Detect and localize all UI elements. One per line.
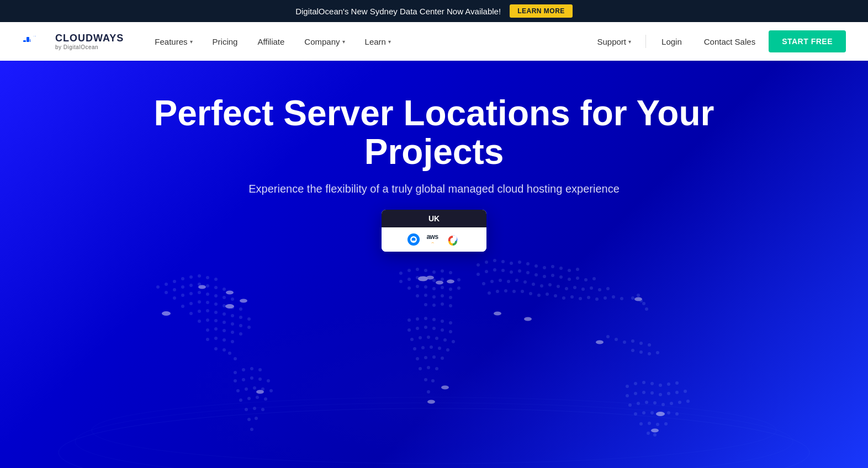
svg-point-153: [424, 356, 427, 359]
svg-point-250: [667, 392, 670, 395]
svg-point-141: [410, 338, 414, 341]
svg-point-215: [562, 296, 565, 300]
svg-point-91: [264, 397, 267, 401]
svg-point-126: [432, 304, 436, 307]
svg-point-166: [510, 262, 513, 265]
svg-point-202: [581, 288, 585, 291]
learn-more-button[interactable]: LEARN MORE: [510, 4, 573, 18]
svg-point-112: [457, 278, 461, 281]
svg-point-96: [255, 417, 258, 420]
svg-rect-1: [27, 37, 29, 42]
nav-company[interactable]: Company ▾: [295, 33, 353, 51]
svg-point-47: [198, 310, 201, 313]
svg-point-242: [659, 384, 662, 387]
svg-point-59: [239, 324, 242, 327]
svg-point-114: [416, 285, 419, 288]
svg-point-251: [675, 391, 679, 394]
svg-point-146: [452, 340, 455, 343]
svg-point-82: [267, 379, 270, 382]
svg-point-172: [559, 267, 563, 270]
svg-point-243: [667, 382, 670, 386]
svg-point-85: [253, 386, 256, 390]
svg-point-221: [612, 295, 615, 299]
svg-point-145: [443, 338, 447, 342]
logo[interactable]: CLOUDWAYS by DigitalOcean: [22, 31, 124, 51]
svg-point-184: [551, 274, 554, 277]
svg-point-198: [548, 283, 552, 286]
svg-point-116: [432, 287, 436, 290]
svg-point-109: [432, 279, 436, 282]
svg-point-174: [576, 268, 579, 271]
nav-features[interactable]: Features ▾: [146, 33, 201, 51]
svg-point-84: [245, 387, 248, 391]
svg-point-123: [441, 294, 444, 297]
svg-point-79: [242, 378, 245, 381]
svg-point-27: [206, 284, 209, 288]
svg-point-291: [427, 400, 435, 404]
svg-point-38: [181, 305, 184, 308]
svg-point-106: [407, 278, 411, 281]
svg-point-95: [247, 418, 251, 421]
nav-support[interactable]: Support ▾: [590, 33, 639, 51]
svg-point-214: [554, 294, 557, 297]
svg-point-218: [587, 296, 590, 299]
svg-point-36: [223, 296, 226, 299]
svg-point-258: [670, 402, 673, 405]
svg-point-17: [181, 277, 184, 280]
svg-point-22: [165, 291, 168, 294]
svg-point-128: [449, 304, 452, 307]
svg-point-87: [269, 389, 273, 392]
svg-point-25: [189, 284, 193, 287]
svg-point-74: [234, 371, 237, 374]
nav-affiliate[interactable]: Affiliate: [248, 33, 293, 51]
svg-point-229: [631, 349, 634, 352]
svg-point-217: [579, 297, 582, 300]
svg-point-33: [198, 291, 201, 294]
start-free-button[interactable]: START FREE: [769, 30, 846, 52]
nav-login[interactable]: Login: [653, 33, 691, 51]
svg-point-48: [206, 309, 209, 312]
svg-point-231: [648, 352, 651, 355]
svg-point-143: [427, 336, 430, 339]
svg-point-226: [631, 339, 634, 343]
svg-point-64: [231, 331, 234, 334]
svg-point-208: [504, 289, 507, 292]
svg-point-236: [642, 302, 645, 305]
svg-point-163: [485, 260, 488, 264]
svg-point-139: [441, 328, 444, 332]
svg-point-90: [256, 396, 259, 399]
svg-point-220: [604, 296, 607, 300]
svg-point-178: [501, 269, 505, 272]
svg-point-262: [642, 411, 645, 414]
banner-text: DigitalOcean's New Sydney Data Center No…: [295, 7, 501, 16]
svg-point-32: [189, 292, 193, 295]
svg-point-24: [181, 285, 184, 289]
hero-title: Perfect Server Locations for Your Projec…: [130, 94, 738, 172]
chevron-down-icon: ▾: [190, 39, 193, 45]
nav-learn[interactable]: Learn ▾: [356, 33, 400, 51]
svg-point-283: [656, 412, 665, 416]
nav-pricing[interactable]: Pricing: [204, 33, 247, 51]
svg-point-41: [206, 301, 209, 304]
svg-point-175: [477, 273, 480, 276]
svg-point-154: [432, 355, 436, 359]
svg-point-179: [510, 270, 513, 274]
nav-contact-sales[interactable]: Contact Sales: [695, 33, 764, 51]
svg-point-77: [258, 368, 262, 371]
svg-point-280: [436, 281, 443, 285]
svg-point-278: [162, 311, 171, 316]
svg-point-35: [214, 294, 218, 297]
svg-point-161: [427, 390, 430, 393]
svg-point-115: [424, 285, 427, 289]
svg-point-268: [648, 422, 651, 425]
svg-point-43: [223, 304, 226, 307]
svg-point-238: [626, 385, 629, 388]
svg-point-137: [424, 326, 427, 329]
nav-links: Features ▾ Pricing Affiliate Company ▾ L…: [146, 33, 589, 51]
svg-point-19: [198, 274, 201, 278]
svg-rect-0: [23, 40, 26, 42]
svg-point-234: [637, 294, 640, 297]
svg-point-249: [659, 393, 662, 396]
svg-point-248: [650, 391, 654, 395]
svg-point-142: [419, 336, 422, 339]
